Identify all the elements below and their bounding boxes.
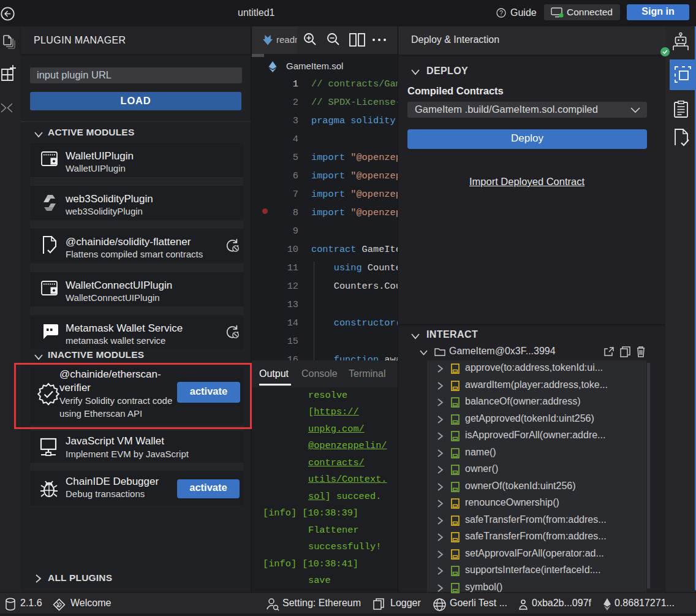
svg-text:?: ? — [499, 10, 503, 17]
